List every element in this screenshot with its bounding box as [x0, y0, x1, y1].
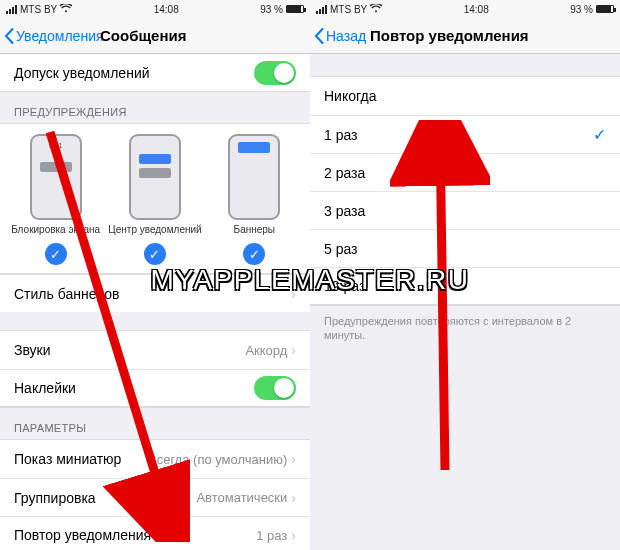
sounds-value: Аккорд: [245, 343, 287, 358]
show-previews-label: Показ миниатюр: [14, 451, 121, 467]
banner-style-row[interactable]: Стиль баннеров ›: [0, 274, 310, 312]
battery-pct-label: 93 %: [570, 4, 593, 15]
alert-style-previews: 9:41 Блокировка экрана Центр уведомлений…: [0, 123, 310, 274]
option-never[interactable]: Никогда: [310, 77, 620, 115]
wifi-icon: [60, 4, 72, 15]
allow-notifications-row[interactable]: Допуск уведомлений: [0, 54, 310, 92]
sounds-row[interactable]: Звуки Аккорд›: [0, 331, 310, 369]
repeat-options-list: Никогда 1 раз ✓ 2 раза 3 раза 5 раз 10 р…: [310, 76, 620, 306]
page-title: Сообщения: [100, 27, 186, 44]
battery-icon: [286, 5, 304, 13]
back-label: Уведомления: [16, 28, 104, 44]
chevron-right-icon: ›: [291, 490, 296, 506]
grouping-value: Автоматически: [196, 490, 287, 505]
option-2-times[interactable]: 2 раза: [310, 153, 620, 191]
phone-right-repeat: MTS BY 14:08 93 % Назад Повтор уведомлен…: [310, 0, 620, 550]
chevron-right-icon: ›: [291, 451, 296, 467]
battery-icon: [596, 5, 614, 13]
check-center[interactable]: ✓: [144, 243, 166, 265]
clock-label: 14:08: [154, 4, 179, 15]
chevron-right-icon: ›: [291, 342, 296, 358]
chevron-right-icon: ›: [291, 527, 296, 543]
grouping-row[interactable]: Группировка Автоматически›: [0, 478, 310, 516]
carrier-label: MTS BY: [330, 4, 367, 15]
warnings-header: ПРЕДУПРЕЖДЕНИЯ: [0, 92, 310, 123]
preview-banners[interactable]: Баннеры: [205, 134, 304, 235]
banner-style-label: Стиль баннеров: [14, 286, 119, 302]
params-header: ПАРАМЕТРЫ: [0, 408, 310, 439]
repeat-alerts-label: Повтор уведомления: [14, 527, 151, 543]
option-3-times[interactable]: 3 раза: [310, 191, 620, 229]
repeat-alerts-row[interactable]: Повтор уведомления 1 раз›: [0, 516, 310, 550]
status-bar: MTS BY 14:08 93 %: [0, 0, 310, 18]
nav-bar: Уведомления Сообщения: [0, 18, 310, 54]
grouping-label: Группировка: [14, 490, 96, 506]
option-5-times[interactable]: 5 раз: [310, 229, 620, 267]
check-lockscreen[interactable]: ✓: [45, 243, 67, 265]
chevron-left-icon: [4, 28, 14, 44]
chevron-right-icon: ›: [291, 286, 296, 302]
status-bar: MTS BY 14:08 93 %: [310, 0, 620, 18]
show-previews-row[interactable]: Показ миниатюр Всегда (по умолчанию)›: [0, 440, 310, 478]
stickers-toggle[interactable]: [254, 376, 296, 400]
back-button[interactable]: Назад: [310, 28, 366, 44]
clock-label: 14:08: [464, 4, 489, 15]
allow-notifications-toggle[interactable]: [254, 61, 296, 85]
signal-icon: [316, 5, 327, 14]
phone-left-settings: MTS BY 14:08 93 % Уведомления Сообщения …: [0, 0, 310, 550]
signal-icon: [6, 5, 17, 14]
battery-pct-label: 93 %: [260, 4, 283, 15]
preview-lockscreen[interactable]: 9:41 Блокировка экрана: [6, 134, 105, 235]
repeat-footer-note: Предупреждения повторяются с интервалом …: [310, 306, 620, 351]
wifi-icon: [370, 4, 382, 15]
preview-notification-center[interactable]: Центр уведомлений: [105, 134, 204, 235]
option-1-time[interactable]: 1 раз ✓: [310, 115, 620, 153]
repeat-alerts-value: 1 раз: [256, 528, 287, 543]
check-banners[interactable]: ✓: [243, 243, 265, 265]
chevron-left-icon: [314, 28, 324, 44]
checkmark-icon: ✓: [593, 125, 606, 144]
sounds-label: Звуки: [14, 342, 51, 358]
back-button[interactable]: Уведомления: [0, 28, 104, 44]
allow-notifications-label: Допуск уведомлений: [14, 65, 150, 81]
stickers-label: Наклейки: [14, 380, 76, 396]
carrier-label: MTS BY: [20, 4, 57, 15]
show-previews-value: Всегда (по умолчанию): [148, 452, 287, 467]
stickers-row[interactable]: Наклейки: [0, 369, 310, 407]
back-label: Назад: [326, 28, 366, 44]
option-10-times[interactable]: 10 раз: [310, 267, 620, 305]
nav-bar: Назад Повтор уведомления: [310, 18, 620, 54]
page-title: Повтор уведомления: [370, 27, 529, 44]
